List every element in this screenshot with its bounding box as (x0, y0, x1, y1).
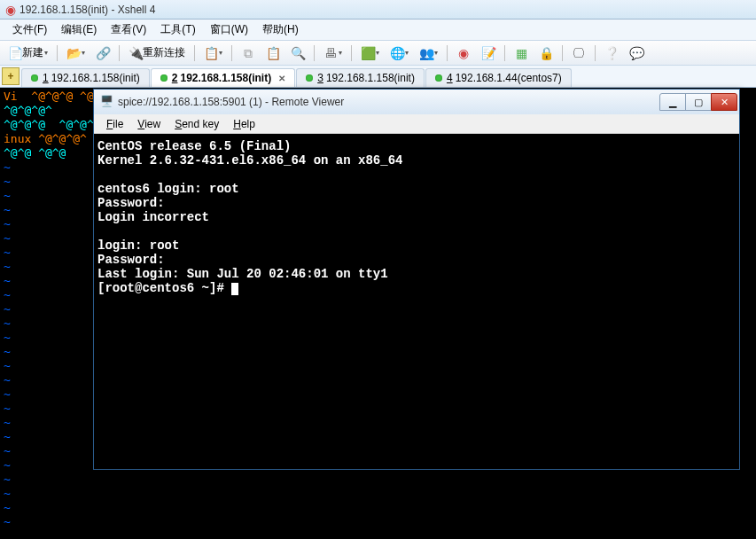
rv-app-icon: 🖥️ (99, 95, 113, 109)
tab-label: 192.168.1.158(init) (180, 72, 271, 84)
tilde-line: ~ (4, 458, 11, 472)
printer-icon: 🖶 (323, 46, 338, 60)
menu-help[interactable]: 帮助(H) (255, 20, 306, 39)
tilde-line: ~ (4, 274, 11, 287)
tilde-line: ~ (4, 203, 11, 216)
paste-button[interactable]: 📋 (261, 43, 284, 63)
separator (57, 45, 58, 61)
tilde-line: ~ (4, 217, 11, 230)
lock-button[interactable]: 🔒 (534, 43, 557, 63)
tilde-line: ~ (4, 246, 11, 259)
session-tab[interactable]: 4192.168.1.44(centos7) (425, 68, 572, 87)
session-tab[interactable]: 1192.168.1.158(init) (21, 68, 150, 87)
rv-titlebar[interactable]: 🖥️ spice://192.168.1.158:5901 (1) - Remo… (94, 90, 739, 114)
rv-menu-view[interactable]: View (130, 116, 168, 132)
tab-number: 1 (43, 72, 49, 84)
lock-icon: 🔒 (539, 46, 553, 60)
tilde-line: ~ (4, 473, 11, 486)
term-line: ^@^@ ^@^@ (4, 146, 66, 160)
session-tab[interactable]: 2192.168.1.158(init)✕ (151, 68, 295, 87)
print-button[interactable]: 🖶▾ (319, 43, 347, 63)
tilde-line: ~ (4, 316, 11, 330)
tilde-line: ~ (4, 501, 11, 514)
add-tab-button[interactable]: + (2, 67, 19, 85)
separator (119, 45, 120, 61)
separator (351, 45, 352, 61)
tab-number: 2 (172, 72, 178, 84)
maximize-button[interactable]: ▢ (685, 93, 712, 111)
help-icon: ❔ (604, 46, 619, 60)
separator (562, 45, 563, 61)
dropdown-icon: ▾ (376, 49, 379, 57)
tilde-line: ~ (4, 302, 11, 316)
tool2-button[interactable]: 📝 (477, 43, 500, 63)
tilde-line: ~ (4, 260, 11, 273)
rv-menu-help[interactable]: Help (226, 116, 262, 132)
palette-icon: 🟩 (361, 46, 375, 60)
separator (504, 45, 505, 61)
reconnect-label: 重新连接 (143, 45, 185, 60)
rv-terminal-text: CentOS release 6.5 (Final) Kernel 2.6.32… (97, 139, 402, 295)
tilde-line: ~ (4, 231, 11, 245)
session-tab[interactable]: 3192.168.1.158(init) (296, 68, 425, 87)
swirl-icon: ◉ (456, 46, 471, 60)
menu-view[interactable]: 查看(V) (104, 20, 153, 39)
fullscreen-button[interactable]: 🖵 (567, 43, 590, 63)
xshell-tabs: + 1192.168.1.158(init)2192.168.1.158(ini… (0, 66, 756, 88)
status-dot-icon (160, 74, 168, 82)
chat-button[interactable]: 💬 (625, 43, 648, 63)
tilde-line: ~ (4, 373, 11, 387)
dropdown-icon: ▾ (44, 49, 48, 57)
tilde-line: ~ (4, 345, 11, 358)
separator (314, 45, 315, 61)
tool1-button[interactable]: ◉ (452, 43, 475, 63)
close-button[interactable]: ✕ (711, 93, 737, 111)
link-icon: 🔗 (96, 46, 110, 60)
remote-viewer-window: 🖥️ spice://192.168.1.158:5901 (1) - Remo… (93, 89, 740, 470)
term-line: ^@^@^@ ^@^@^ @ (4, 118, 107, 131)
help-button[interactable]: ❔ (600, 43, 623, 63)
properties-button[interactable]: 📋▾ (199, 43, 227, 63)
status-dot-icon (306, 74, 313, 82)
reconnect-button[interactable]: 🔌重新连接 (124, 43, 190, 63)
web-button[interactable]: 🌐▾ (386, 43, 413, 63)
people-icon: 👥 (419, 46, 433, 60)
tilde-line: ~ (4, 288, 11, 301)
new-button[interactable]: 📄新建▾ (4, 43, 52, 63)
tilde-line: ~ (4, 175, 11, 188)
users-button[interactable]: 👥▾ (415, 43, 442, 63)
menu-window[interactable]: 窗口(W) (203, 20, 255, 39)
grid-button[interactable]: ▦ (510, 43, 533, 63)
tab-close-icon[interactable]: ✕ (278, 74, 285, 83)
tab-label: 192.168.1.158(init) (326, 72, 415, 84)
tilde-line: ~ (4, 487, 11, 500)
rv-title-text: spice://192.168.1.158:5901 (1) - Remote … (118, 96, 660, 108)
minimize-button[interactable]: ▁ (659, 93, 686, 111)
dropdown-icon: ▾ (82, 49, 85, 57)
tab-number: 4 (447, 72, 453, 84)
open-button[interactable]: 📂▾ (62, 43, 90, 63)
menu-tools[interactable]: 工具(T) (153, 20, 202, 39)
rv-menu-file[interactable]: File (99, 116, 130, 132)
new-label: 新建 (22, 45, 43, 60)
screen-icon: 🖵 (572, 46, 586, 60)
menu-edit[interactable]: 编辑(E) (54, 20, 104, 39)
page-icon: 📋 (204, 46, 218, 60)
find-button[interactable]: 🔍 (286, 43, 309, 63)
new-file-icon: 📄 (8, 46, 22, 60)
rv-menu-sendkey[interactable]: Send key (168, 116, 226, 132)
tilde-line: ~ (4, 189, 11, 202)
menu-file[interactable]: 文件(F) (5, 20, 54, 39)
copy-icon: ⧉ (241, 46, 255, 60)
copy-button[interactable]: ⧉ (237, 43, 260, 63)
connect-button[interactable]: 🔗 (91, 43, 114, 63)
tilde-line: ~ (4, 402, 11, 415)
tilde-line: ~ (4, 387, 11, 401)
plug-icon: 🔌 (129, 46, 143, 60)
folder-open-icon: 📂 (66, 46, 81, 60)
xshell-toolbar: 📄新建▾ 📂▾ 🔗 🔌重新连接 📋▾ ⧉ 📋 🔍 🖶▾ 🟩▾ 🌐▾ 👥▾ ◉ 📝… (0, 41, 756, 66)
grid-icon: ▦ (514, 46, 528, 60)
colors-button[interactable]: 🟩▾ (356, 43, 384, 63)
xshell-title-text: 192.168.1.158(init) - Xshell 4 (19, 4, 155, 16)
rv-terminal[interactable]: CentOS release 6.5 (Final) Kernel 2.6.32… (94, 134, 739, 469)
